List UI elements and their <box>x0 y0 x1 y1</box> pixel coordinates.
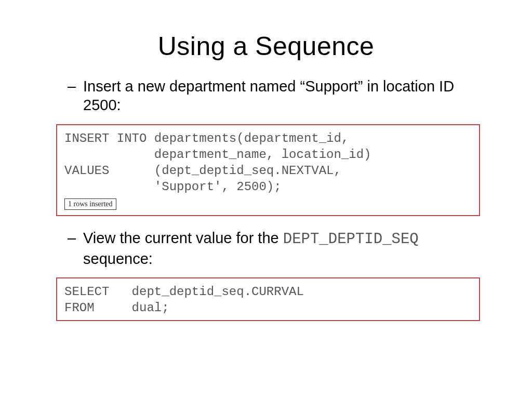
code-line: 'Support', 2500); <box>64 180 282 194</box>
sequence-name-inline: DEPT_DEPTID_SEQ <box>283 231 419 248</box>
code-block-insert: INSERT INTO departments(department_id, d… <box>56 124 480 217</box>
code-line: INSERT INTO departments(department_id, <box>64 131 349 145</box>
code-line: VALUES (dept_deptid_seq.NEXTVAL, <box>64 164 341 178</box>
code-line: SELECT dept_deptid_seq.CURRVAL <box>64 285 304 299</box>
bullet-view: View the current value for the DEPT_DEPT… <box>83 229 480 268</box>
slide: Using a Sequence Insert a new department… <box>0 0 532 399</box>
result-chip: 1 rows inserted <box>64 198 116 210</box>
slide-title: Using a Sequence <box>31 31 501 61</box>
bullet-view-pre: View the current value for the <box>83 230 283 246</box>
code-block-select: SELECT dept_deptid_seq.CURRVAL FROM dual… <box>56 277 480 321</box>
bullet-view-post: sequence: <box>83 250 153 267</box>
bullet-insert: Insert a new department named “Support” … <box>83 77 480 115</box>
code-line: department_name, location_id) <box>64 148 371 162</box>
code-line: FROM dual; <box>64 301 169 315</box>
